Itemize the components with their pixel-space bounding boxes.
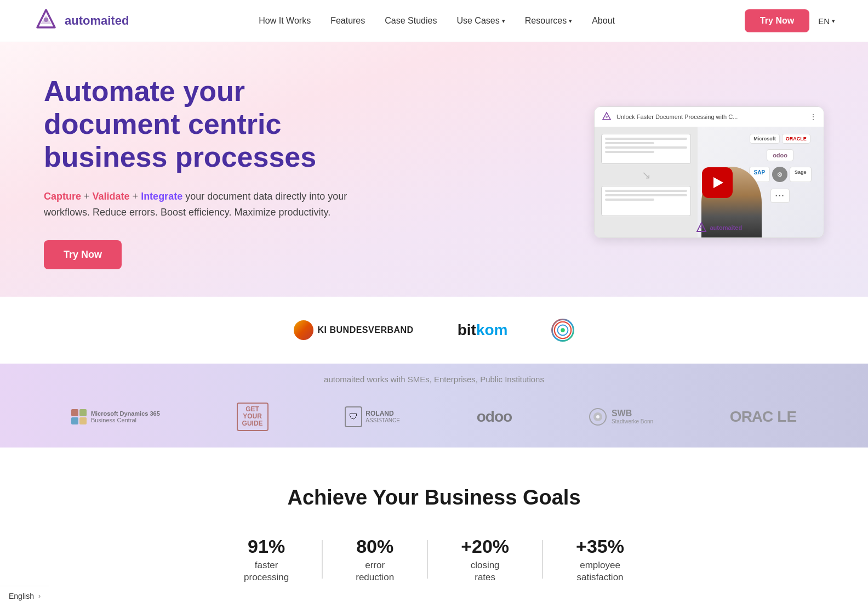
- stat-satisfaction: +35% employee satisfaction: [543, 536, 657, 584]
- automaited-badge-text: automaited: [710, 224, 742, 231]
- svg-point-12: [596, 415, 599, 418]
- video-top-bar: Unlock Faster Document Processing with C…: [595, 107, 824, 127]
- bitkom-logo: bitkom: [458, 321, 508, 339]
- partners-tagline: automaited works with SMEs, Enterprises,…: [0, 375, 868, 384]
- arrow-down-icon: ↘: [601, 168, 691, 182]
- stats-section: Achieve Your Business Goals 91% faster p…: [0, 448, 868, 606]
- hero-title: Automate your document centric business …: [44, 75, 384, 173]
- stat-processing-number: 91%: [244, 536, 289, 557]
- ms-sq-red: [71, 409, 78, 416]
- brand-name: automaited: [65, 14, 129, 28]
- svg-point-4: [606, 116, 608, 118]
- nav-link-resources[interactable]: Resources ▾: [525, 16, 572, 26]
- stat-error-number: 80%: [356, 536, 394, 557]
- nav-link-about[interactable]: About: [592, 16, 615, 25]
- ki-icon: [294, 320, 313, 340]
- stats-row: 91% faster processing 80% error reductio…: [44, 536, 824, 584]
- navbar: automaited How It Works Features Case St…: [0, 0, 868, 42]
- ms-sq-green: [79, 409, 87, 416]
- ms-sq-yellow: [79, 417, 87, 424]
- play-button[interactable]: [702, 167, 733, 198]
- chevron-down-icon: ▾: [502, 18, 505, 25]
- swb-icon: [589, 407, 607, 426]
- play-triangle-icon: [713, 177, 723, 188]
- chevron-right-icon: ›: [38, 592, 41, 600]
- footer-language-label: English: [9, 592, 34, 601]
- oracle-text-2: LE: [777, 408, 797, 426]
- nav-link-features[interactable]: Features: [330, 16, 365, 25]
- video-more-icon[interactable]: ⋮: [809, 112, 817, 121]
- video-docs-area: ↘: [595, 127, 698, 238]
- oracle-badge: ORACLE: [782, 134, 810, 144]
- hero-content: Automate your document centric business …: [44, 75, 384, 269]
- nav-item-features[interactable]: Features: [330, 16, 365, 26]
- stat-closing-number: +20%: [461, 536, 509, 557]
- nav-right: Try Now EN ▾: [745, 9, 835, 32]
- partner-roland: 🛡 ROLAND ASSISTANCE: [345, 406, 400, 427]
- try-now-button-nav[interactable]: Try Now: [745, 9, 809, 32]
- top-badges: Microsoft ORACLE: [743, 134, 817, 144]
- brand-logo-icon: [33, 8, 59, 34]
- stat-error: 80% error reduction: [323, 536, 427, 584]
- roland-shield-icon: 🛡: [345, 406, 362, 427]
- partner-odoo: odoo: [477, 408, 512, 426]
- stat-processing: 91% faster processing: [211, 536, 322, 584]
- stat-satisfaction-label: employee satisfaction: [576, 559, 624, 584]
- ki-bundesverband-logo: KI BUNDESVERBAND: [294, 320, 414, 340]
- nav-links: How It Works Features Case Studies Use C…: [259, 16, 615, 26]
- circle-icon: [553, 320, 573, 341]
- video-logo-small: [601, 111, 612, 122]
- gyg-box: GETYOURGUIDE: [237, 403, 269, 431]
- microsoft-badge: Microsoft: [750, 134, 780, 144]
- nav-link-how-it-works[interactable]: How It Works: [259, 16, 311, 25]
- video-center: automaited: [698, 127, 736, 238]
- bitkom-om-text: om: [484, 321, 507, 338]
- nav-item-about[interactable]: About: [592, 16, 615, 26]
- footer-language-selector[interactable]: English ›: [0, 586, 49, 606]
- ki-text: KI BUNDESVERBAND: [318, 325, 414, 335]
- nav-link-use-cases[interactable]: Use Cases ▾: [456, 16, 505, 26]
- more-badge: ···: [770, 189, 790, 203]
- automaited-badge: automaited: [695, 222, 742, 234]
- hero-subtitle: Capture + Validate + Integrate your docu…: [44, 189, 384, 220]
- stat-closing-label: closing rates: [461, 559, 509, 584]
- swb-text: SWB Stadtwerke Bonn: [612, 409, 653, 424]
- nav-item-use-cases[interactable]: Use Cases ▾: [456, 16, 505, 26]
- stat-processing-label: faster processing: [244, 559, 289, 584]
- hero-section: Automate your document centric business …: [0, 42, 868, 297]
- stats-title: Achieve Your Business Goals: [44, 486, 824, 509]
- ms-squares-icon: [71, 409, 87, 424]
- language-selector[interactable]: EN ▾: [818, 16, 835, 26]
- hero-capture: Capture: [44, 191, 81, 202]
- hero-plus1: +: [84, 191, 93, 202]
- partner-oracle: ORAC LE: [730, 408, 797, 426]
- nav-item-resources[interactable]: Resources ▾: [525, 16, 572, 26]
- hero-integrate: Integrate: [141, 191, 182, 202]
- oracle-text: ORAC: [730, 408, 773, 426]
- sage-badge: Sage: [790, 167, 812, 182]
- hero-validate: Validate: [93, 191, 130, 202]
- doc-preview-2: [601, 186, 691, 216]
- logo-area[interactable]: automaited: [33, 8, 129, 34]
- stat-closing: +20% closing rates: [428, 536, 542, 584]
- video-thumbnail[interactable]: Unlock Faster Document Processing with C…: [594, 106, 824, 238]
- circle-logo: [551, 319, 574, 342]
- odoo-partner-text: odoo: [477, 408, 512, 426]
- hero-video: Unlock Faster Document Processing with C…: [594, 106, 824, 238]
- chevron-down-icon: ▾: [569, 18, 572, 25]
- chevron-down-icon: ▾: [832, 18, 835, 25]
- hero-cta-button[interactable]: Try Now: [44, 240, 122, 269]
- nav-item-case-studies[interactable]: Case Studies: [385, 16, 437, 26]
- bitkom-k-text: k: [476, 321, 485, 338]
- partners-logos-row: Microsoft Dynamics 365 Business Central …: [0, 397, 868, 437]
- nav-item-how-it-works[interactable]: How It Works: [259, 16, 311, 26]
- partners-banner: automaited works with SMEs, Enterprises,…: [0, 364, 868, 448]
- video-body: ↘: [595, 127, 824, 238]
- svg-point-9: [561, 328, 566, 332]
- partner-get-your-guide: GETYOURGUIDE: [237, 403, 269, 431]
- bitkom-bit-text: bit: [458, 321, 476, 338]
- db-icon: ⊗: [772, 167, 787, 182]
- logos-section: KI BUNDESVERBAND bitkom: [0, 297, 868, 364]
- svg-point-2: [44, 18, 48, 22]
- nav-link-case-studies[interactable]: Case Studies: [385, 16, 437, 25]
